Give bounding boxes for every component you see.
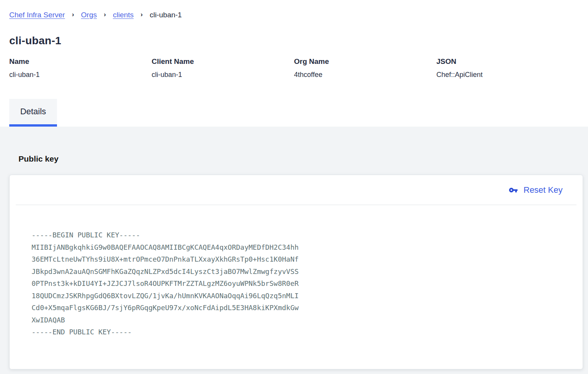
field-org-name: Org Name 4thcoffee [294, 57, 437, 79]
field-org-name-value: 4thcoffee [294, 71, 437, 79]
details-panel: Public key Reset Key -----BEGIN PUBLIC K… [0, 127, 588, 374]
field-json-value: Chef::ApiClient [436, 71, 579, 79]
public-key-card-header: Reset Key [10, 175, 583, 205]
chevron-right-icon: › [141, 10, 143, 19]
field-name-value: cli-uban-1 [9, 71, 152, 79]
field-json-label: JSON [436, 57, 579, 66]
public-key-section-title: Public key [18, 127, 588, 164]
page-header: Chef Infra Server › Orgs › clients › cli… [0, 0, 588, 79]
public-key-card: Reset Key -----BEGIN PUBLIC KEY----- MII… [9, 175, 583, 369]
breadcrumb-link-chef-infra-server[interactable]: Chef Infra Server [9, 10, 65, 20]
client-summary-fields: Name cli-uban-1 Client Name cli-uban-1 O… [9, 57, 579, 79]
field-name-label: Name [9, 57, 152, 66]
reset-key-button[interactable]: Reset Key [506, 185, 565, 195]
field-org-name-label: Org Name [294, 57, 437, 66]
breadcrumb-link-clients[interactable]: clients [113, 10, 134, 20]
field-client-name: Client Name cli-uban-1 [152, 57, 294, 79]
field-client-name-label: Client Name [152, 57, 294, 66]
page-title: cli-uban-1 [9, 35, 579, 47]
chevron-right-icon: › [104, 10, 106, 19]
breadcrumb-current-item: cli-uban-1 [150, 10, 182, 20]
tab-bar: Details [0, 99, 588, 127]
key-icon [509, 185, 518, 195]
field-client-name-value: cli-uban-1 [152, 71, 294, 79]
field-json: JSON Chef::ApiClient [436, 57, 579, 79]
breadcrumb-link-orgs[interactable]: Orgs [81, 10, 97, 20]
breadcrumb: Chef Infra Server › Orgs › clients › cli… [9, 10, 579, 20]
public-key-text: -----BEGIN PUBLIC KEY----- MIIBIjANBgkqh… [10, 205, 583, 338]
tab-details[interactable]: Details [9, 99, 57, 127]
reset-key-button-label: Reset Key [524, 185, 563, 195]
chevron-right-icon: › [72, 10, 74, 19]
field-name: Name cli-uban-1 [9, 57, 152, 79]
